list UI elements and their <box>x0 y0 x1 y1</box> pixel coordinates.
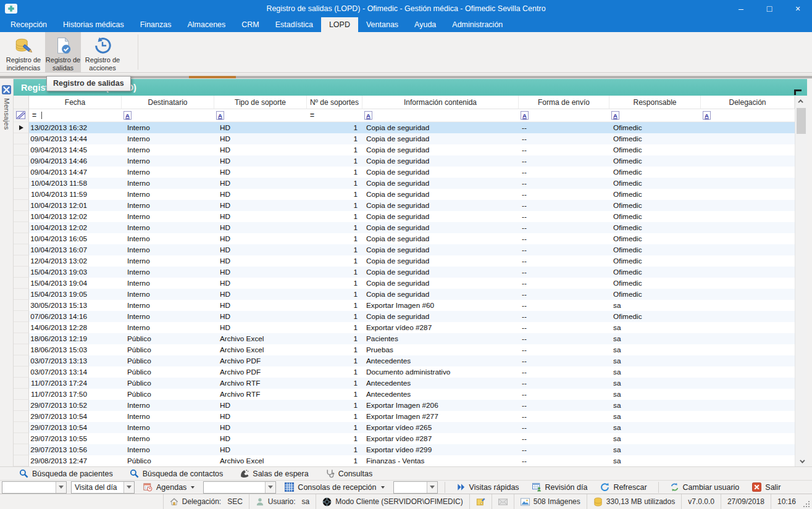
menu-item-recepcion[interactable]: Recepción <box>2 17 55 32</box>
busqueda-de-contactos-button[interactable]: Búsqueda de contactos <box>130 469 224 478</box>
equals-filter-icon: = <box>32 111 36 120</box>
menu-item-estadistica[interactable]: Estadística <box>267 17 321 32</box>
table-row[interactable]: 18/06/2013 15:03PúblicoArchivo Excel1Pru… <box>14 344 795 355</box>
filter-fecha[interactable]: = <box>29 109 122 122</box>
revision-dia-button[interactable]: Revisión día <box>528 481 592 494</box>
refrescar-button[interactable]: Refrescar <box>596 481 651 494</box>
row-indicator-cell <box>14 400 29 411</box>
scrollbar-thumb[interactable] <box>797 108 806 134</box>
table-row[interactable]: 15/04/2013 19:05InternoHD1Copia de segur… <box>14 289 795 300</box>
text-filter-icon: A <box>521 111 529 120</box>
cell-forma-de-envio: -- <box>519 322 609 333</box>
combo-left[interactable] <box>2 481 67 494</box>
titlebar: Registro de salidas (LOPD) - Ofimedic - … <box>0 0 812 17</box>
menu-item-finanzas[interactable]: Finanzas <box>132 17 180 32</box>
table-row[interactable]: 11/07/2013 17:24PúblicoArchivo RTF1Antec… <box>14 378 795 389</box>
menu-item-lopd[interactable]: LOPD <box>321 17 358 32</box>
minimize-button[interactable]: – <box>727 0 755 17</box>
table-row[interactable]: 12/04/2013 13:02InternoHD1Copia de segur… <box>14 255 795 267</box>
combo-right[interactable] <box>393 481 438 494</box>
filter-responsable[interactable]: A <box>609 109 701 122</box>
table-row[interactable]: 29/07/2013 10:56InternoHD1Exportar vídeo… <box>14 444 795 455</box>
busqueda-de-pacientes-button[interactable]: Búsqueda de pacientes <box>19 469 113 478</box>
table-row[interactable]: 29/07/2013 10:54InternoHD1Exportar Image… <box>14 411 795 422</box>
filter-tipo-de-soporte[interactable]: A <box>214 109 307 122</box>
filter-destinatario[interactable]: A <box>122 109 214 122</box>
toolbar-label: Visitas rápidas <box>469 483 519 492</box>
col-header-responsable[interactable]: Responsable <box>609 96 701 109</box>
filter-delegacion[interactable]: A <box>701 109 795 122</box>
salir-button[interactable]: Salir <box>748 481 785 494</box>
table-row[interactable]: 09/04/2013 14:46InternoHD1Copia de segur… <box>14 155 795 167</box>
dropdown-arrow-icon[interactable] <box>123 482 134 493</box>
close-button[interactable]: × <box>784 0 812 17</box>
combo-visita[interactable]: Visita del día <box>71 481 135 494</box>
filter-clear-button[interactable] <box>14 109 29 122</box>
table-row[interactable]: 09/04/2013 14:47InternoHD1Copia de segur… <box>14 167 795 178</box>
table-row[interactable]: 15/04/2013 19:03InternoHD1Copia de segur… <box>14 267 795 278</box>
table-row[interactable]: 10/04/2013 16:05InternoHD1Copia de segur… <box>14 233 795 244</box>
consolas-recepcion-button[interactable]: Consolas de recepción <box>280 481 388 494</box>
ribbon-button-registro-de-acciones[interactable]: Registro de acciones <box>81 32 124 72</box>
menu-item-crm[interactable]: CRM <box>233 17 267 32</box>
cell-informacion-contenida: Pruebas <box>362 344 519 355</box>
menu-item-historias-medicas[interactable]: Historias médicas <box>55 17 132 32</box>
table-row[interactable]: 07/06/2013 14:16InternoHD1Copia de segur… <box>14 311 795 322</box>
sidebar-mensajes-tab[interactable]: Mensajes <box>0 79 14 466</box>
cambiar-usuario-button[interactable]: Cambiar usuario <box>666 481 744 494</box>
table-row[interactable]: 10/04/2013 12:01InternoHD1Copia de segur… <box>14 200 795 211</box>
table-row[interactable]: 03/07/2013 13:13PúblicoArchivo PDF1Antec… <box>14 355 795 366</box>
table-row[interactable]: 15/04/2013 19:04InternoHD1Copia de segur… <box>14 278 795 289</box>
sidebar-label: Mensajes <box>3 98 10 130</box>
table-row[interactable]: 14/06/2013 12:28InternoHD1Exportar vídeo… <box>14 322 795 333</box>
dropdown-arrow-icon[interactable] <box>265 482 275 493</box>
agendas-button[interactable]: Agendas <box>139 481 199 494</box>
table-row[interactable]: 11/07/2013 17:50PúblicoArchivo RTF1Antec… <box>14 389 795 400</box>
table-row[interactable]: 09/04/2013 14:45InternoHD1Copia de segur… <box>14 144 795 155</box>
resize-grip-icon[interactable] <box>803 501 810 507</box>
col-header-tipo-de-soporte[interactable]: Tipo de soporte <box>214 96 307 109</box>
table-row[interactable]: 10/04/2013 12:02InternoHD1Copia de segur… <box>14 222 795 233</box>
ribbon-button-registro-de-salidas[interactable]: Registro de salidas <box>45 32 81 72</box>
table-row[interactable]: 13/02/2013 16:32InternoHD1Copia de segur… <box>14 122 795 133</box>
col-header-informacion-contenida[interactable]: Información contenida <box>362 96 519 109</box>
consultas-button[interactable]: Consultas <box>325 469 373 478</box>
col-header-destinatario[interactable]: Destinatario <box>122 96 214 109</box>
menu-item-administracion[interactable]: Administración <box>444 17 511 32</box>
ribbon-button-registro-de-incidencias[interactable]: Registro de incidencias <box>2 32 45 72</box>
table-row[interactable]: 29/07/2013 10:52InternoHD1Exportar Image… <box>14 400 795 411</box>
combo-middle[interactable] <box>203 481 276 494</box>
visitas-rapidas-button[interactable]: Visitas rápidas <box>452 481 524 494</box>
col-header-fecha[interactable]: Fecha <box>29 96 122 109</box>
vertical-scrollbar[interactable] <box>795 96 807 466</box>
scroll-up-icon[interactable] <box>795 96 807 106</box>
dropdown-arrow-icon[interactable] <box>427 482 437 493</box>
filter-forma-de-envio[interactable]: A <box>519 109 609 122</box>
table-row[interactable]: 10/04/2013 16:07InternoHD1Copia de segur… <box>14 244 795 255</box>
table-row[interactable]: 09/04/2013 14:44InternoHD1Copia de segur… <box>14 133 795 144</box>
table-row[interactable]: 18/06/2013 12:19PúblicoArchivo Excel1Pac… <box>14 333 795 344</box>
cell-responsable: Ofimedic <box>609 289 701 300</box>
table-row[interactable]: 29/08/2013 12:47PúblicoArchivo Excel1Fin… <box>14 455 795 466</box>
table-row[interactable]: 29/07/2013 10:54InternoHD1Exportar vídeo… <box>14 422 795 433</box>
dropdown-arrow-icon[interactable] <box>56 482 66 493</box>
status-usuario: Usuario:sa <box>249 494 316 509</box>
scroll-down-icon[interactable] <box>795 456 807 466</box>
table-row[interactable]: 03/07/2013 13:14PúblicoArchivo PDF1Docum… <box>14 366 795 378</box>
table-row[interactable]: 29/07/2013 10:55InternoHD1Exportar vídeo… <box>14 433 795 444</box>
salas-de-espera-button[interactable]: Salas de espera <box>240 469 308 478</box>
col-header-delegacion[interactable]: Delegación <box>701 96 795 109</box>
col-header-forma-de-envio[interactable]: Forma de envío <box>519 96 609 109</box>
table-row[interactable]: 10/04/2013 11:58InternoHD1Copia de segur… <box>14 178 795 189</box>
filter-n-de-soportes[interactable]: = <box>307 109 362 122</box>
col-header-n-de-soportes[interactable]: Nº de soportes <box>307 96 362 109</box>
table-row[interactable]: 30/05/2013 15:13InternoHD1Exportar Image… <box>14 300 795 311</box>
table-row[interactable]: 10/04/2013 11:59InternoHD1Copia de segur… <box>14 189 795 200</box>
table-row[interactable]: 10/04/2013 12:02InternoHD1Copia de segur… <box>14 211 795 222</box>
cell-tipo-de-soporte: HD <box>214 289 307 300</box>
maximize-button[interactable]: □ <box>755 0 784 17</box>
filter-informacion-contenida[interactable]: A <box>362 109 519 122</box>
menu-item-ayuda[interactable]: Ayuda <box>406 17 444 32</box>
menu-item-almacenes[interactable]: Almacenes <box>179 17 233 32</box>
menu-item-ventanas[interactable]: Ventanas <box>358 17 406 32</box>
